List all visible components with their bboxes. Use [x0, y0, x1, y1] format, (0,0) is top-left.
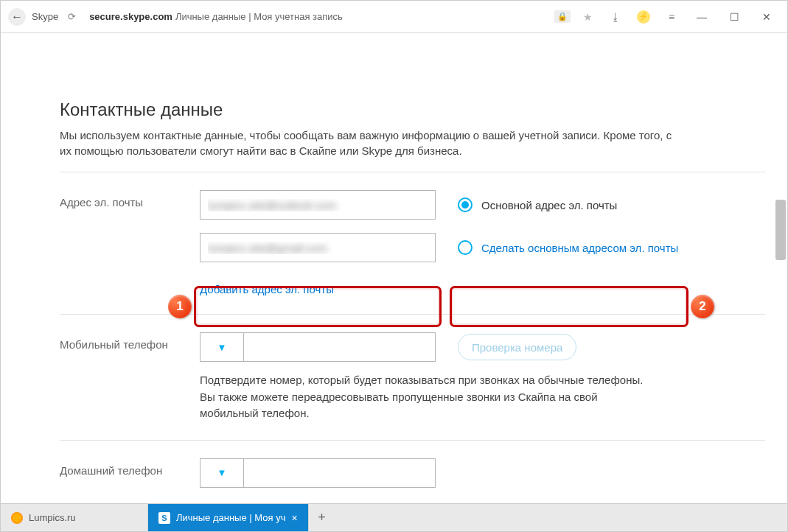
- reload-icon[interactable]: ⟳: [64, 10, 79, 24]
- tab-label: Lumpics.ru: [29, 512, 76, 523]
- url-title: Личные данные | Моя учетная запись: [175, 11, 343, 22]
- make-primary-link[interactable]: Сделать основным адресом эл. почты: [481, 242, 678, 254]
- home-phone-row-label: Домашний телефон: [60, 458, 200, 477]
- downloads-icon[interactable]: ⭳: [604, 6, 627, 28]
- window-minimize[interactable]: —: [688, 11, 715, 23]
- home-number-input[interactable]: [244, 458, 436, 488]
- scrollbar[interactable]: [775, 33, 786, 503]
- window-close[interactable]: ✕: [753, 11, 780, 23]
- annotation-badge-1: 1: [168, 295, 192, 318]
- home-phone-row: Домашний телефон ▼: [60, 454, 765, 492]
- add-email-link[interactable]: Добавить адрес эл. почты: [200, 283, 334, 295]
- email-row: Адрес эл. почты Основной адрес эл. почты…: [60, 186, 765, 301]
- tab-strip: Lumpics.ru S Личные данные | Моя уч × +: [1, 503, 787, 531]
- divider: [60, 440, 765, 441]
- caret-down-icon: ▼: [217, 467, 227, 478]
- scrollbar-thumb[interactable]: [775, 200, 786, 260]
- favicon-icon: [11, 512, 23, 524]
- bookmark-star-icon[interactable]: ★: [576, 6, 599, 28]
- verify-number-button[interactable]: Проверка номера: [458, 334, 576, 360]
- secondary-email-radio[interactable]: [458, 240, 473, 255]
- mobile-hint: Подтвердите номер, который будет показыв…: [200, 372, 657, 422]
- email-row-label: Адрес эл. почты: [60, 190, 200, 209]
- close-icon[interactable]: ×: [291, 512, 297, 524]
- back-button[interactable]: ←: [8, 8, 26, 26]
- tab-skype-profile[interactable]: S Личные данные | Моя уч ×: [148, 504, 309, 531]
- tab-lumpics[interactable]: Lumpics.ru: [1, 504, 148, 531]
- window-maximize[interactable]: ☐: [721, 11, 747, 23]
- mobile-country-select[interactable]: ▼: [200, 332, 244, 362]
- url-domain: secure.skype.com: [89, 11, 172, 22]
- mobile-row-label: Мобильный телефон: [60, 332, 200, 351]
- divider: [60, 314, 765, 315]
- section-title: Контактные данные: [60, 99, 765, 120]
- app-name: Skype: [32, 11, 58, 22]
- caret-down-icon: ▼: [217, 342, 227, 353]
- mobile-row: Мобильный телефон ▼ Проверка номера Подт…: [60, 328, 765, 427]
- page-content: Контактные данные Мы используем контактн…: [1, 33, 787, 503]
- mobile-number-input[interactable]: [244, 332, 436, 362]
- primary-email-radio-label: Основной адрес эл. почты: [481, 199, 617, 211]
- extensions-icon[interactable]: ⚡: [632, 6, 655, 28]
- divider: [60, 172, 765, 172]
- favicon-icon: S: [158, 512, 170, 524]
- home-country-select[interactable]: ▼: [200, 458, 244, 488]
- secondary-email-input[interactable]: [200, 233, 436, 262]
- new-tab-button[interactable]: +: [309, 504, 335, 531]
- section-description: Мы используем контактные данные, чтобы с…: [60, 127, 679, 158]
- primary-email-radio[interactable]: [458, 197, 473, 212]
- browser-toolbar: ← Skype ⟳ secure.skype.com Личные данные…: [1, 1, 787, 33]
- lock-icon: 🔒: [554, 10, 571, 23]
- annotation-badge-2: 2: [691, 295, 714, 318]
- address-bar[interactable]: secure.skype.com Личные данные | Моя уче…: [85, 11, 548, 22]
- menu-icon[interactable]: ≡: [660, 6, 683, 28]
- primary-email-input[interactable]: [200, 190, 436, 220]
- tab-label: Личные данные | Моя уч: [176, 512, 285, 523]
